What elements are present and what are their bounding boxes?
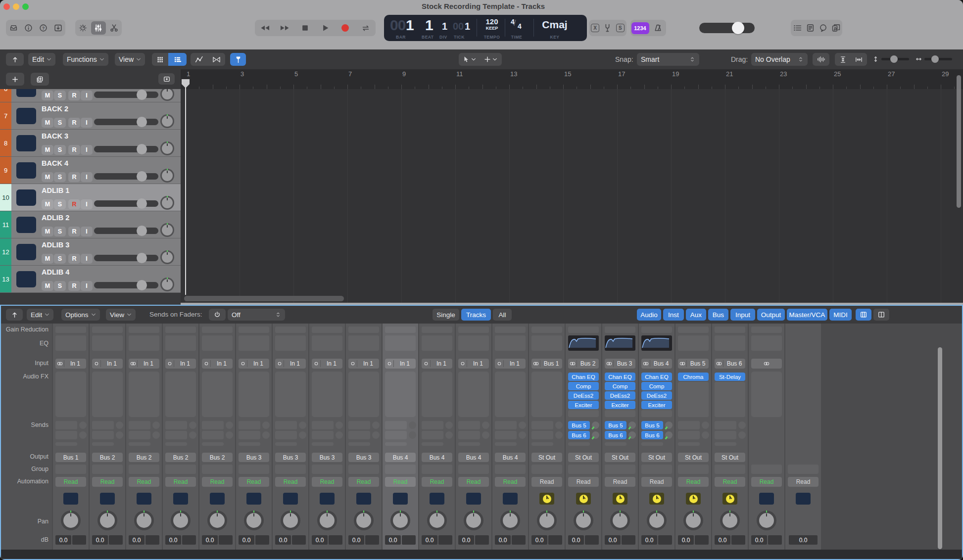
input-value[interactable]: In 1 — [467, 360, 489, 367]
input-slot[interactable]: Bus 2 — [568, 359, 599, 369]
send-knob[interactable] — [299, 431, 306, 439]
track-pan-knob[interactable] — [160, 278, 174, 291]
send-knob[interactable] — [519, 421, 526, 429]
audio-fx-slot[interactable] — [275, 372, 306, 417]
track-pan-knob[interactable] — [160, 169, 174, 183]
vertical-auto-zoom-button[interactable] — [835, 53, 851, 66]
audio-fx-slot[interactable] — [751, 372, 782, 417]
input-monitor-button[interactable]: I — [81, 118, 93, 128]
group-slot[interactable] — [275, 465, 306, 474]
audio-fx-slot[interactable] — [55, 372, 86, 417]
automation-mode-button[interactable]: Read — [751, 477, 782, 487]
input-slot[interactable]: In 1 — [458, 359, 489, 369]
send-slot-empty[interactable] — [92, 421, 114, 429]
channel-strip[interactable]: In 1Bus 2Read0.0 — [163, 324, 198, 550]
audio-fx-plugin[interactable]: Chan EQ — [605, 373, 635, 381]
send-slot-empty[interactable] — [202, 421, 224, 429]
channel-aux-icon[interactable] — [722, 493, 737, 505]
input-monitor-button[interactable]: I — [81, 91, 93, 100]
stereo-format-icon[interactable] — [715, 360, 723, 367]
track-name[interactable]: ADLIB 3 — [42, 241, 69, 249]
vertical-zoom-slider-knob[interactable] — [890, 55, 898, 63]
input-value[interactable]: In 1 — [431, 360, 452, 367]
mute-button[interactable]: M — [42, 118, 53, 128]
tracks-view-menu[interactable]: View — [115, 53, 145, 66]
audio-fx-slot[interactable] — [605, 410, 635, 417]
control-bar-icon[interactable] — [76, 21, 91, 35]
output-slot[interactable]: St Out — [641, 453, 672, 462]
audio-fx-slot[interactable] — [129, 372, 159, 417]
send-knob[interactable] — [372, 421, 380, 429]
track-row[interactable]: 6MSRI — [0, 89, 181, 102]
track-pan-knob[interactable] — [160, 223, 174, 237]
mixer-options-menu[interactable]: Options — [61, 309, 100, 321]
channel-pan-knob[interactable] — [244, 511, 264, 530]
send-slot[interactable]: Bus 6 — [605, 431, 626, 439]
channel-pan-knob[interactable] — [647, 511, 667, 530]
channel-strip[interactable]: In 1Bus 4Read0.0 — [456, 324, 491, 550]
sends-on-faders-power-button[interactable] — [209, 309, 226, 321]
send-knob[interactable] — [79, 431, 87, 439]
input-monitor-button[interactable]: I — [81, 172, 93, 182]
send-knob[interactable] — [702, 421, 709, 429]
stereo-format-icon[interactable] — [55, 360, 64, 367]
channel-waveform-icon[interactable] — [356, 493, 371, 505]
send-knob[interactable] — [628, 431, 636, 439]
eq-slot[interactable] — [531, 335, 562, 351]
group-slot[interactable] — [605, 465, 635, 474]
send-knob[interactable] — [555, 431, 563, 439]
channel-strip[interactable]: In 1Bus 4Read0.0 — [419, 324, 455, 550]
channel-strip[interactable]: Read0.0 — [785, 324, 821, 550]
track-volume-knob[interactable] — [137, 253, 147, 263]
eq-slot[interactable] — [165, 335, 196, 351]
cycle-button[interactable] — [358, 21, 373, 35]
track-name[interactable]: BACK 4 — [42, 159, 68, 167]
horizontal-zoom-slider-knob[interactable] — [931, 55, 939, 63]
audio-fx-plugin[interactable]: Exciter — [641, 401, 672, 409]
send-slot-empty[interactable] — [239, 421, 260, 429]
command-click-tool-menu[interactable] — [480, 53, 502, 66]
eq-slot[interactable] — [458, 335, 489, 351]
track-row[interactable]: 7BACK 2MSRI — [0, 102, 181, 130]
track-name[interactable]: ADLIB 1 — [42, 187, 69, 194]
track-pan-knob[interactable] — [160, 250, 174, 264]
play-button[interactable] — [318, 21, 333, 35]
group-slot[interactable] — [495, 465, 526, 474]
record-enable-button[interactable]: R — [68, 118, 80, 128]
tuner-icon[interactable] — [601, 21, 614, 35]
send-knob[interactable] — [336, 421, 343, 429]
snap-select[interactable]: Smart — [637, 53, 699, 66]
master-volume-knob[interactable] — [732, 22, 744, 34]
grid-view-button[interactable] — [152, 53, 168, 66]
input-slot[interactable]: In 1 — [312, 359, 342, 369]
solo-button[interactable]: S — [54, 227, 66, 236]
automation-mode-button[interactable]: Read — [348, 477, 379, 487]
automation-mode-button[interactable]: Read — [788, 477, 819, 487]
eq-slot[interactable] — [495, 335, 526, 351]
input-slot[interactable]: In 1 — [129, 359, 159, 369]
audio-fx-plugin[interactable]: Comp — [641, 382, 672, 390]
group-slot[interactable] — [92, 465, 123, 474]
automation-mode-button[interactable]: Read — [568, 477, 599, 487]
mixer-vertical-scrollbar[interactable] — [938, 347, 942, 549]
send-slot[interactable]: Bus 6 — [568, 431, 590, 439]
send-knob[interactable] — [738, 431, 746, 439]
channel-aux-icon[interactable] — [649, 493, 664, 505]
bar-ruler[interactable]: 1357911131517192123252729 — [181, 69, 963, 89]
fast-forward-button[interactable] — [278, 21, 292, 35]
solo-button[interactable]: S — [54, 145, 66, 155]
send-slot-empty[interactable] — [202, 431, 224, 439]
track-pan-knob[interactable] — [160, 141, 174, 155]
mixer-tab-all[interactable]: All — [493, 309, 512, 321]
eq-slot[interactable] — [678, 335, 709, 351]
input-slot[interactable]: In 1 — [202, 359, 233, 369]
record-enable-button[interactable]: R — [68, 91, 80, 100]
automation-mode-button[interactable]: Read — [202, 477, 233, 487]
loops-icon[interactable] — [829, 21, 842, 35]
channel-strip[interactable]: Bus 2Chan EQCompDeEss2ExciterBus 5Bus 6S… — [566, 324, 601, 550]
group-slot[interactable] — [422, 465, 452, 474]
channel-strip[interactable]: Bus 3Chan EQCompDeEss2ExciterBus 5Bus 6S… — [602, 324, 638, 550]
stereo-format-icon[interactable] — [531, 360, 540, 367]
lcd-tempo-mode[interactable]: KEEP — [481, 26, 503, 31]
send-slot-empty[interactable] — [55, 431, 77, 439]
